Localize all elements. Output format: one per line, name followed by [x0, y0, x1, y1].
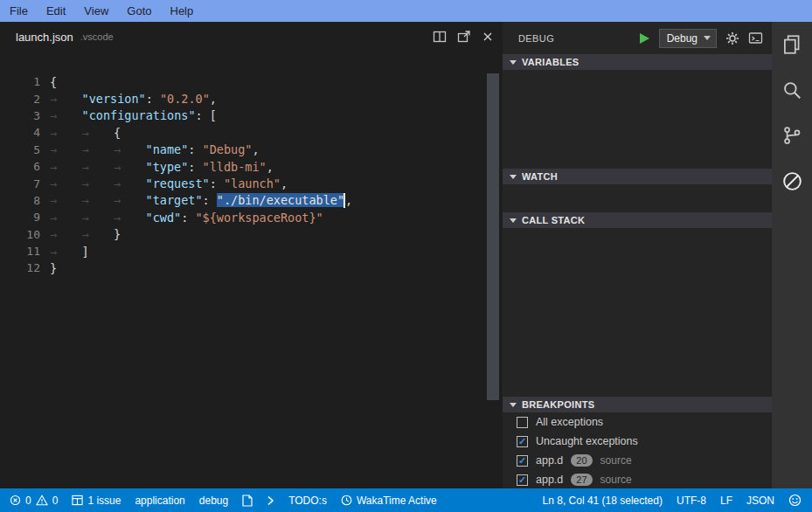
warning-count: 0: [52, 495, 59, 507]
section-header-call-stack[interactable]: CALL STACK: [503, 212, 772, 228]
close-icon[interactable]: [482, 31, 494, 43]
chevron-button[interactable]: [260, 488, 281, 512]
section-label: VARIABLES: [522, 57, 579, 67]
issues-count: 1 issue: [87, 495, 121, 507]
tab-whitespace-icon: →: [50, 108, 82, 122]
debug-config-dropdown[interactable]: Debug: [659, 29, 717, 48]
status-bar-left: 0 0 1 issue application debug TODO:s: [0, 488, 444, 512]
breakpoint-checkbox[interactable]: ✓: [517, 436, 528, 447]
section-label: BREAKPOINTS: [522, 399, 594, 410]
tab-whitespace-icon: →: [50, 176, 82, 190]
tab-whitespace-icon: →: [50, 160, 82, 174]
source-control-icon[interactable]: [781, 124, 803, 147]
debug-console-icon[interactable]: [748, 31, 763, 45]
code-line[interactable]: 11→]: [0, 243, 487, 259]
code-token: ,: [267, 160, 274, 174]
todos-button[interactable]: TODO:s: [281, 488, 334, 512]
line-number: 8: [0, 194, 50, 207]
debug-icon[interactable]: [781, 170, 804, 193]
line-number: 2: [0, 93, 50, 106]
menu-item-edit[interactable]: Edit: [38, 4, 73, 17]
debug-sidebar: DEBUG Debug: [503, 22, 772, 488]
eol-label: LF: [720, 495, 732, 507]
code-token: "name": [146, 142, 189, 156]
code-line[interactable]: 6→→→"type": "lldb-mi",: [0, 158, 487, 175]
code-line[interactable]: 8→→→"target": "./bin/executable",: [0, 192, 487, 209]
code-line[interactable]: 2→"version": "0.2.0",: [0, 90, 487, 107]
editor-scrollbar[interactable]: [487, 73, 499, 400]
gear-icon[interactable]: [725, 31, 739, 45]
cursor-position[interactable]: Ln 8, Col 41 (18 selected): [536, 488, 670, 512]
application-label: application: [135, 495, 184, 507]
section-header-variables[interactable]: VARIABLES: [503, 54, 772, 70]
variables-content[interactable]: [503, 70, 772, 169]
split-editor-icon[interactable]: [433, 30, 447, 44]
code-line[interactable]: 9→→→"cwd": "${workspaceRoot}": [0, 209, 487, 225]
call-stack-content[interactable]: [503, 228, 772, 397]
breakpoint-checkbox[interactable]: ✓: [517, 474, 528, 486]
menu-item-help[interactable]: Help: [163, 4, 202, 17]
breakpoint-checkbox[interactable]: ✓: [517, 455, 528, 467]
section-header-watch[interactable]: WATCH: [503, 169, 772, 184]
launch-config-debug[interactable]: debug: [192, 488, 235, 512]
breakpoint-label: Uncaught exceptions: [536, 435, 638, 447]
error-icon: [10, 495, 21, 506]
code-token: :: [146, 92, 160, 106]
code-token: :: [181, 211, 195, 225]
tab-filename[interactable]: launch.json: [16, 31, 73, 44]
tab-whitespace-icon: →: [82, 193, 115, 207]
file-icon-button[interactable]: [235, 488, 260, 512]
problems-indicator[interactable]: 0 0: [3, 488, 65, 512]
line-number: 12: [0, 261, 50, 274]
smiley-icon: [788, 494, 802, 507]
code-token: "type": [146, 160, 189, 174]
line-number: 11: [0, 245, 50, 258]
code-token: "Debug": [203, 142, 253, 156]
issues-indicator[interactable]: 1 issue: [65, 488, 128, 512]
breakpoint-label: app.d: [536, 454, 563, 467]
menu-item-goto[interactable]: Goto: [119, 4, 159, 17]
tab-whitespace-icon: →: [114, 193, 146, 207]
todos-label: TODO:s: [288, 495, 327, 507]
search-icon[interactable]: [781, 79, 803, 101]
code-token: {: [50, 75, 57, 89]
language-mode[interactable]: JSON: [739, 488, 781, 512]
code-line[interactable]: 4→→{: [0, 124, 487, 141]
start-debug-icon[interactable]: [639, 32, 650, 45]
code-line[interactable]: 3→"configurations": [: [0, 107, 487, 124]
section-header-breakpoints[interactable]: BREAKPOINTS: [503, 397, 772, 412]
code-line[interactable]: 10→→}: [0, 226, 487, 243]
explorer-icon[interactable]: [781, 33, 803, 56]
launch-config-application[interactable]: application: [128, 488, 191, 512]
breakpoint-row[interactable]: All exceptions: [503, 412, 772, 432]
code-line[interactable]: 1{: [0, 73, 487, 90]
code-line[interactable]: 5→→→"name": "Debug",: [0, 142, 487, 158]
breakpoint-row[interactable]: ✓app.d20source: [503, 451, 772, 470]
vscode-window: FileEditViewGotoHelp launch.json .vscode…: [0, 0, 812, 512]
feedback-smiley-button[interactable]: [781, 488, 809, 512]
chevron-down-icon: [704, 36, 711, 40]
code-line[interactable]: 12}: [0, 259, 487, 276]
encoding-indicator[interactable]: UTF-8: [670, 488, 713, 512]
debug-controls: Debug: [639, 29, 763, 48]
menu-item-file[interactable]: File: [2, 4, 36, 17]
chevron-expanded-icon: [510, 175, 517, 179]
tab-whitespace-icon: →: [114, 142, 146, 156]
line-number: 6: [0, 160, 50, 173]
eol-indicator[interactable]: LF: [713, 488, 739, 512]
wakatime-status[interactable]: WakaTime Active: [334, 488, 444, 512]
code-token: ,: [281, 176, 288, 190]
line-number: 3: [0, 109, 50, 122]
menu-bar: FileEditViewGotoHelp: [0, 0, 812, 22]
code-line[interactable]: 7→→→"request": "launch",: [0, 175, 487, 191]
breakpoint-row[interactable]: ✓app.d27source: [503, 470, 772, 488]
cursor-position-label: Ln 8, Col 41 (18 selected): [543, 495, 663, 507]
menu-item-view[interactable]: View: [76, 4, 116, 17]
code-area[interactable]: 1{2→"version": "0.2.0",3→"configurations…: [0, 73, 487, 488]
code-token: "target": [146, 193, 203, 207]
code-token: ]: [82, 245, 89, 259]
breakpoint-checkbox[interactable]: [517, 417, 528, 428]
watch-content[interactable]: [503, 184, 772, 212]
breakpoint-row[interactable]: ✓Uncaught exceptions: [503, 432, 772, 451]
open-preview-icon[interactable]: [457, 30, 471, 44]
